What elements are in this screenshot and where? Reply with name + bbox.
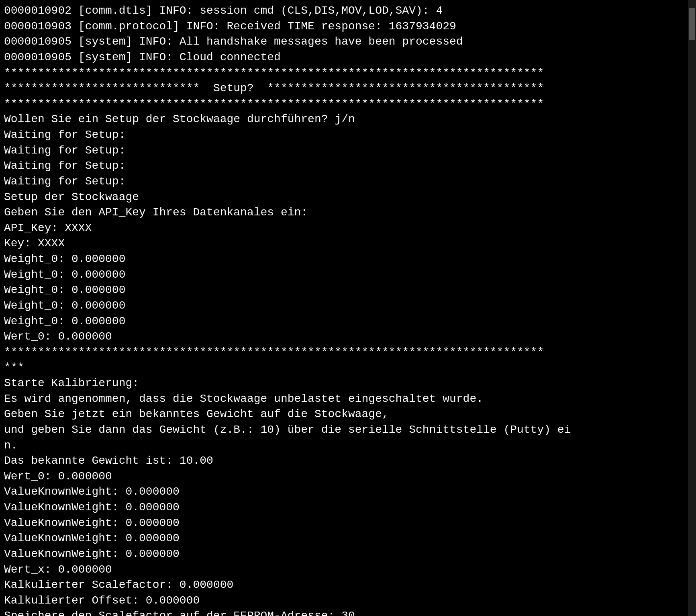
- terminal-line: Weight_0: 0.000000: [4, 252, 679, 267]
- terminal-line: ValueKnownWeight: 0.000000: [4, 531, 679, 546]
- terminal-line: Wert_x: 0.000000: [4, 562, 679, 578]
- terminal-line: Waiting for Setup:: [4, 143, 679, 159]
- terminal-line: Geben Sie den API_Key Ihres Datenkanales…: [4, 205, 679, 221]
- terminal-line: Weight_0: 0.000000: [4, 314, 679, 329]
- terminal-line: ValueKnownWeight: 0.000000: [4, 516, 679, 531]
- terminal-line: Kalkulierter Offset: 0.000000: [4, 593, 679, 609]
- terminal-line: ****************************************…: [4, 96, 679, 112]
- terminal-line: Wert_0: 0.000000: [4, 469, 679, 485]
- terminal-line: Weight_0: 0.000000: [4, 282, 679, 298]
- terminal-line: API_Key: XXXX: [4, 221, 679, 236]
- terminal-line: Waiting for Setup:: [4, 158, 679, 174]
- terminal-line: 0000010905 [system] INFO: All handshake …: [4, 34, 679, 50]
- terminal-line: Wert_0: 0.000000: [4, 329, 679, 345]
- terminal-line: Geben Sie jetzt ein bekanntes Gewicht au…: [4, 407, 679, 422]
- terminal-line: Das bekannte Gewicht ist: 10.00: [4, 453, 679, 469]
- terminal-line: ValueKnownWeight: 0.000000: [4, 546, 679, 562]
- terminal-line: Weight_0: 0.000000: [4, 267, 679, 283]
- terminal-line: ValueKnownWeight: 0.000000: [4, 484, 679, 500]
- scrollbar[interactable]: [688, 0, 696, 616]
- terminal-window[interactable]: 0000010902 [comm.dtls] INFO: session cmd…: [0, 0, 683, 616]
- terminal-line: 0000010903 [comm.protocol] INFO: Receive…: [4, 19, 679, 35]
- terminal-line: 0000010902 [comm.dtls] INFO: session cmd…: [4, 3, 679, 19]
- terminal-line: Waiting for Setup:: [4, 174, 679, 190]
- terminal-line: Weight_0: 0.000000: [4, 298, 679, 314]
- terminal-line: Es wird angenommen, dass die Stockwaage …: [4, 391, 679, 407]
- terminal-line: 0000010905 [system] INFO: Cloud connecte…: [4, 50, 679, 65]
- terminal-line: Wollen Sie ein Setup der Stockwaage durc…: [4, 112, 679, 127]
- terminal-line: Key: XXXX: [4, 236, 679, 252]
- terminal-line: ****************************************…: [4, 345, 679, 360]
- terminal-line: Speichere den Scalefactor auf der EEPROM…: [4, 608, 679, 616]
- terminal-line: ***: [4, 360, 679, 376]
- terminal-line: und geben Sie dann das Gewicht (z.B.: 10…: [4, 422, 679, 438]
- terminal-line: Waiting for Setup:: [4, 127, 679, 143]
- terminal-line: Kalkulierter Scalefactor: 0.000000: [4, 577, 679, 593]
- terminal-line: ****************************************…: [4, 65, 679, 81]
- scrollbar-thumb[interactable]: [689, 8, 695, 40]
- terminal-line: Setup der Stockwaage: [4, 190, 679, 205]
- terminal-output: 0000010902 [comm.dtls] INFO: session cmd…: [4, 3, 679, 616]
- terminal-line: Starte Kalibrierung:: [4, 376, 679, 391]
- terminal-line: ValueKnownWeight: 0.000000: [4, 500, 679, 516]
- terminal-line: n.: [4, 438, 679, 454]
- terminal-line: ***************************** Setup? ***…: [4, 81, 679, 96]
